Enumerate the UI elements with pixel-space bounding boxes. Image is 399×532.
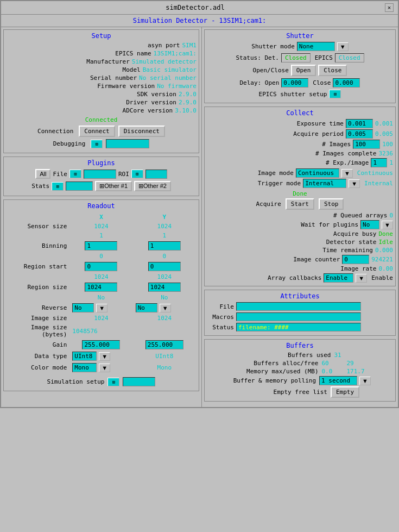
image-size-y: 1024 xyxy=(157,315,172,322)
attr-file-input[interactable] xyxy=(236,302,361,311)
image-mode-arrow[interactable]: ▼ xyxy=(341,169,353,178)
left-panel: Setup asyn port SIM1 EPICS name 13SIM1;c… xyxy=(1,27,202,407)
plugins-row2: Stats ⊞ ⊞Other #1 ⊞Other #2 xyxy=(6,181,197,191)
binning-y-input[interactable] xyxy=(148,241,181,251)
epics-name-label: EPICS name xyxy=(115,50,151,57)
region-start-y-readback: 1024 xyxy=(157,273,172,280)
connect-button[interactable]: Connect xyxy=(79,126,115,137)
plugins-section: Plugins All File ⊞ ROI ⊞ Stats ⊞ ⊞Other … xyxy=(3,157,199,196)
main-layout: Setup asyn port SIM1 EPICS name 13SIM1;c… xyxy=(1,27,398,407)
disconnect-button[interactable]: Disconnect xyxy=(118,126,165,137)
file-input[interactable] xyxy=(84,170,116,179)
sim-setup-icon[interactable]: ⊞ xyxy=(107,378,119,386)
stats-label: Stats xyxy=(31,183,49,190)
empty-free-label: Empty free list xyxy=(240,389,327,396)
region-start-y[interactable] xyxy=(148,262,181,271)
debugging-icon[interactable]: ⊞ xyxy=(91,140,103,148)
serial-row: Serial number No serial number xyxy=(6,74,197,82)
shutter-mode-input[interactable] xyxy=(297,42,335,51)
firmware-label: Firmware version xyxy=(97,83,155,90)
shutter-mode-arrow[interactable]: ▼ xyxy=(337,42,349,51)
driver-label: Driver version xyxy=(126,99,176,106)
binning-x-input[interactable] xyxy=(85,241,117,251)
y-header: Y xyxy=(134,213,195,221)
reverse-x-input[interactable] xyxy=(72,303,94,312)
buffers-free-value: 29 xyxy=(347,360,369,367)
image-mode-input[interactable] xyxy=(296,168,339,178)
delay-open-input[interactable] xyxy=(281,78,308,87)
roi-label: ROI xyxy=(118,171,129,178)
wait-plugins-input[interactable] xyxy=(360,220,379,229)
trigger-mode-input[interactable] xyxy=(303,179,346,188)
close-button[interactable]: Close xyxy=(318,65,347,76)
stop-button[interactable]: Stop xyxy=(319,198,344,210)
image-rate-row: Image rate 0.00 xyxy=(207,265,393,272)
stats-icon[interactable]: ⊞ xyxy=(52,182,64,191)
debugging-row: Debugging ⊞ xyxy=(6,139,197,148)
shutter-status-row: Status: Det. Closed EPICS Closed xyxy=(207,53,393,62)
delay-close-input[interactable] xyxy=(333,78,360,87)
epics-setup-icon[interactable]: ⊞ xyxy=(329,90,341,98)
images-input[interactable] xyxy=(353,140,380,149)
region-start-x[interactable] xyxy=(85,262,117,271)
empty-free-button[interactable]: Empty xyxy=(331,386,359,398)
debugging-input[interactable] xyxy=(106,139,149,148)
shutter-delay-row: Delay: Open Close xyxy=(207,78,393,87)
shutter-det-status: Closed xyxy=(281,53,311,62)
delay-close-label: Close xyxy=(313,79,331,86)
reverse-y-arrow[interactable]: ▼ xyxy=(160,304,171,312)
acquire-period-input[interactable] xyxy=(346,129,373,139)
start-button[interactable]: Start xyxy=(286,198,314,210)
reverse-x-dropdown: ▼ xyxy=(72,303,130,312)
roi-input[interactable] xyxy=(145,170,167,179)
buffers-title: Buffers xyxy=(207,342,393,349)
attr-macros-input[interactable] xyxy=(236,312,361,321)
polling-input[interactable] xyxy=(319,376,357,385)
exposure-input[interactable] xyxy=(346,119,373,128)
open-button[interactable]: Open xyxy=(291,65,316,76)
image-mode-dropdown: ▼ xyxy=(296,168,353,178)
subtitle-bar: Simulation Detector - 13SIM1;cam1: xyxy=(1,15,398,27)
sim-setup-input[interactable] xyxy=(123,377,155,386)
roi-icon[interactable]: ⊞ xyxy=(131,170,143,178)
reverse-x-arrow[interactable]: ▼ xyxy=(96,304,107,312)
collect-title: Collect xyxy=(207,109,393,117)
binning-x-zero: 0 xyxy=(99,253,103,260)
region-size-y[interactable] xyxy=(148,283,181,292)
memory-used-value: 171.7 xyxy=(347,368,369,375)
array-callbacks-input[interactable] xyxy=(324,273,353,283)
wait-plugins-arrow[interactable]: ▼ xyxy=(382,221,393,229)
reverse-label: Reverse xyxy=(7,303,69,313)
image-mode-readback: Continuous xyxy=(357,170,393,177)
queued-label: # Queued arrays xyxy=(322,212,387,219)
color-mode-x-input[interactable] xyxy=(72,363,97,372)
array-callbacks-arrow[interactable]: ▼ xyxy=(356,274,367,283)
stats-input[interactable] xyxy=(66,181,93,191)
wait-plugins-label: Wait for plugins xyxy=(293,221,358,228)
image-rate-value: 0.00 xyxy=(379,265,394,272)
color-mode-x-arrow[interactable]: ▼ xyxy=(99,364,110,372)
manufacturer-value: Simulated detector xyxy=(132,58,197,65)
all-button[interactable]: All xyxy=(35,169,50,179)
image-counter-input[interactable] xyxy=(342,255,369,264)
other1-button[interactable]: ⊞Other #1 xyxy=(95,181,132,191)
trigger-mode-arrow[interactable]: ▼ xyxy=(349,179,360,188)
gain-x-input[interactable] xyxy=(82,340,120,349)
buffers-used-label: Buffers used xyxy=(244,352,331,359)
region-size-x[interactable] xyxy=(85,283,117,292)
gain-y-input[interactable] xyxy=(145,340,183,349)
attr-file-row: File xyxy=(207,302,393,311)
exp-image-input[interactable] xyxy=(371,158,387,167)
binning-label: Binning xyxy=(7,241,69,251)
file-icon[interactable]: ⊞ xyxy=(69,170,81,178)
data-type-x-arrow[interactable]: ▼ xyxy=(99,352,110,361)
memory-row: Memory max/used (MB) 0.0 171.7 xyxy=(207,368,393,375)
reverse-y-input[interactable] xyxy=(136,303,157,312)
images-complete-label: # Images complete xyxy=(312,150,377,157)
other2-button[interactable]: ⊞Other #2 xyxy=(134,181,171,191)
polling-arrow[interactable]: ▼ xyxy=(359,377,371,385)
data-type-x-input[interactable] xyxy=(72,352,97,361)
window-title: simDetector.adl xyxy=(5,4,385,11)
acquire-row: Acquire Start Stop xyxy=(207,198,393,210)
close-button[interactable]: × xyxy=(385,3,394,12)
